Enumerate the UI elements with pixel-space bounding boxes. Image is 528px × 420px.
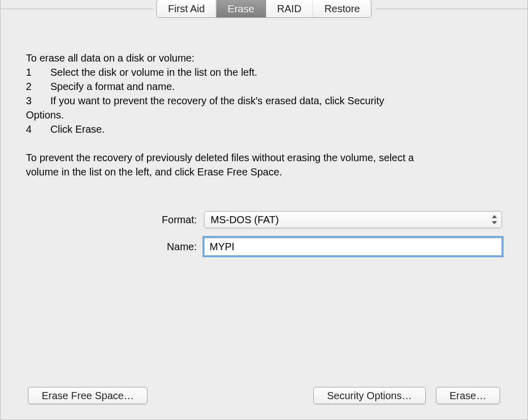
tab-erase[interactable]: Erase [217, 0, 266, 17]
updown-arrows-icon [491, 215, 497, 224]
tab-first-aid[interactable]: First Aid [157, 0, 216, 17]
security-options-button[interactable]: Security Options… [313, 387, 426, 404]
erase-free-space-button[interactable]: Erase Free Space… [28, 387, 148, 404]
erase-form: Format: MS-DOS (FAT) Name: [26, 211, 502, 265]
erase-button[interactable]: Erase… [436, 387, 500, 404]
instructions-text: To erase all data on a disk or volume: 1… [26, 51, 502, 179]
tab-restore[interactable]: Restore [313, 0, 371, 17]
erase-panel: First Aid Erase RAID Restore To erase al… [0, 0, 528, 420]
instructions-intro: To erase all data on a disk or volume: [26, 51, 502, 65]
name-label: Name: [26, 241, 204, 253]
format-select[interactable]: MS-DOS (FAT) [204, 211, 502, 228]
tab-raid[interactable]: RAID [266, 0, 313, 17]
format-label: Format: [26, 214, 204, 226]
format-select-value: MS-DOS (FAT) [211, 214, 279, 226]
tab-bar: First Aid Erase RAID Restore [156, 0, 371, 18]
button-row: Erase Free Space… Security Options… Eras… [28, 387, 500, 404]
name-input[interactable] [204, 237, 502, 256]
